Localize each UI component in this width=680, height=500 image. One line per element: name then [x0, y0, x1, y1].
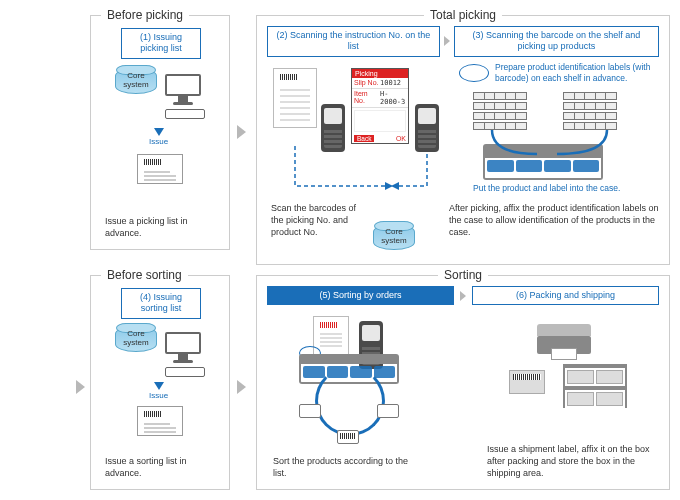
step-5-label: (5) Sorting by orders — [267, 286, 454, 305]
caption-3a: Prepare product identification labels (w… — [495, 62, 659, 83]
chevron-right-2-icon — [460, 291, 466, 301]
svg-marker-0 — [385, 182, 393, 190]
handheld-scanner-icon — [321, 104, 345, 152]
step-1-label: (1) Issuing picking list — [121, 28, 201, 59]
panel-title-before-picking: Before picking — [101, 8, 189, 22]
core-system-3-label: Core system — [123, 330, 148, 348]
panel-title-before-sorting: Before sorting — [101, 268, 188, 282]
sort-ring-icon — [299, 354, 399, 444]
step-4-label: (4) Issuing sorting list — [121, 288, 201, 319]
caption-2: Scan the barcodes of the picking No. and… — [271, 202, 367, 238]
ht-ok-button: OK — [396, 135, 406, 142]
shelf-store-icon — [563, 364, 627, 408]
picking-list-doc-icon — [137, 154, 183, 184]
core-system-2-label: Core system — [381, 228, 406, 246]
panel-before-sorting: Before sorting (4) Issuing sorting list … — [90, 275, 230, 490]
cart-icon — [483, 144, 603, 180]
flow-arrow-2-icon — [76, 380, 85, 394]
svg-marker-1 — [391, 182, 399, 190]
panel-before-picking: Before picking (1) Issuing picking list … — [90, 15, 230, 250]
handheld-scanner-2-icon — [415, 104, 439, 152]
ht-back-button: Back — [354, 135, 374, 142]
core-system-2-icon: Core system — [373, 224, 415, 250]
panel-total-picking: Total picking (2) Scanning the instructi… — [256, 15, 670, 265]
computer-2-icon — [165, 332, 229, 379]
step-6-label: (6) Packing and shipping — [472, 286, 659, 305]
step-2-label: (2) Scanning the instruction No. on the … — [267, 26, 440, 57]
arrow-down-2-icon — [154, 382, 164, 390]
box-1-icon — [509, 370, 545, 394]
circle-highlight-icon — [459, 64, 489, 82]
caption-3c: After picking, affix the product identif… — [449, 202, 659, 238]
caption-5: Sort the products according to the list. — [273, 455, 423, 479]
flow-arrow-3-icon — [237, 380, 246, 394]
steps-row-2: (5) Sorting by orders (6) Packing and sh… — [267, 286, 659, 305]
ht-title: Picking — [352, 69, 408, 78]
picking-list-page-icon — [273, 68, 317, 128]
caption-6: Issue a shipment label, affix it on the … — [487, 443, 657, 479]
panel-title-total-picking: Total picking — [424, 8, 502, 22]
ht-row2-val: H-2000-3 — [380, 90, 406, 106]
steps-row: (2) Scanning the instruction No. on the … — [267, 26, 659, 57]
panel-title-sorting: Sorting — [438, 268, 488, 282]
dashed-connector-icon — [267, 146, 467, 206]
issue-2-label: Issue — [149, 391, 168, 400]
shelf-1-icon — [473, 92, 527, 132]
panel-sorting: Sorting (5) Sorting by orders (6) Packin… — [256, 275, 670, 490]
handheld-screen: Picking Slip No.10012 Item No.H-2000-3 B… — [351, 68, 409, 144]
ht-row1-val: 10012 — [380, 79, 406, 87]
computer-icon — [165, 74, 229, 121]
arrow-down-icon — [154, 128, 164, 136]
core-system-label: Core system — [123, 72, 148, 90]
printer-icon — [537, 324, 591, 354]
chevron-right-icon — [444, 36, 450, 46]
caption-3b: Put the product and label into the case. — [473, 183, 653, 194]
shelf-2-icon — [563, 92, 617, 132]
core-system-icon: Core system — [115, 68, 157, 96]
caption-1: Issue a picking list in advance. — [105, 215, 215, 239]
issue-label: Issue — [149, 137, 168, 146]
ht-row1-key: Slip No. — [354, 79, 380, 87]
caption-4: Issue a sorting list in advance. — [105, 455, 215, 479]
flow-arrow-icon — [237, 125, 246, 139]
core-system-3-icon: Core system — [115, 326, 157, 354]
sorting-list-doc-icon — [137, 406, 183, 436]
ht-row2-key: Item No. — [354, 90, 380, 106]
step-3-label: (3) Scanning the barcode on the shelf an… — [454, 26, 659, 57]
